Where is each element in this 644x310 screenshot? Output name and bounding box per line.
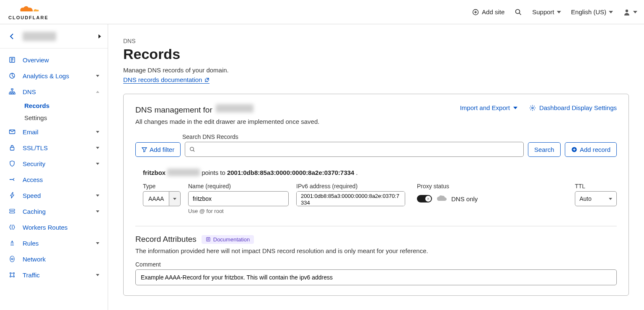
docs-link[interactable]: DNS records documentation [123, 76, 209, 84]
add-site-button[interactable]: Add site [472, 8, 504, 16]
type-select[interactable]: AAAA [143, 191, 181, 206]
svg-rect-7 [11, 93, 13, 94]
documentation-badge[interactable]: Documentation [202, 235, 254, 244]
caching-icon [8, 208, 16, 215]
sidebar-item-rules[interactable]: Rules [0, 235, 108, 251]
sidebar-item-security[interactable]: Security [0, 156, 108, 172]
shield-icon [8, 160, 16, 167]
sidebar-item-traffic[interactable]: Traffic [0, 267, 108, 283]
user-menu[interactable] [623, 8, 637, 16]
ttl-select[interactable]: Auto [575, 191, 617, 206]
sidebar-item-speed[interactable]: Speed [0, 187, 108, 203]
sidebar-subitem-settings[interactable]: Settings [24, 112, 108, 124]
proxy-toggle[interactable] [417, 195, 432, 202]
back-arrow-icon[interactable] [8, 33, 16, 40]
caret-down-icon [96, 147, 99, 149]
svg-point-2 [626, 9, 628, 12]
sidebar-item-email[interactable]: Email [0, 124, 108, 140]
svg-point-11 [10, 179, 10, 180]
add-record-button[interactable]: Add record [565, 142, 617, 157]
divider [135, 226, 617, 226]
site-name-redacted [23, 32, 56, 41]
attributes-description: The information provided here will not i… [135, 247, 617, 254]
add-filter-button[interactable]: Add filter [135, 142, 181, 157]
svg-point-1 [516, 9, 520, 13]
caret-down-icon [609, 198, 612, 200]
logo[interactable]: CLOUDFLARE [7, 4, 49, 20]
traffic-icon [8, 271, 16, 279]
sidebar-item-workers-routes[interactable]: Workers Routes [0, 219, 108, 235]
page-kicker: DNS [123, 38, 629, 44]
svg-rect-13 [10, 212, 15, 213]
caret-down-icon [96, 242, 99, 244]
page-description: Manage DNS records of your domain. [123, 67, 629, 74]
domain-suffix-redacted [167, 169, 200, 176]
support-label: Support [532, 8, 554, 15]
svg-point-19 [532, 107, 533, 109]
page-title: Records [123, 46, 629, 62]
caret-down-icon [96, 195, 99, 197]
sidebar-item-caching[interactable]: Caching [0, 203, 108, 219]
gear-icon [529, 105, 536, 111]
user-icon [623, 8, 631, 16]
sidebar-item-network[interactable]: Network [0, 251, 108, 267]
caret-down-icon [633, 11, 637, 13]
global-header: CLOUDFLARE Add site Support English (US) [0, 0, 644, 24]
bolt-icon [8, 192, 16, 199]
caret-down-icon [96, 163, 99, 165]
comment-input[interactable] [135, 269, 617, 285]
name-label: Name (required) [188, 183, 289, 190]
caret-down-icon [173, 198, 176, 200]
globe-plus-icon [472, 8, 479, 16]
name-hint: Use @ for root [188, 208, 289, 214]
caret-down-icon [609, 11, 613, 13]
ttl-label: TTL [575, 183, 617, 190]
filter-icon [142, 147, 147, 152]
support-dropdown[interactable]: Support [532, 8, 561, 15]
rules-icon [8, 239, 16, 247]
plus-circle-icon [571, 146, 577, 153]
type-label: Type [143, 183, 181, 190]
svg-point-15 [10, 273, 11, 274]
caret-up-icon [96, 91, 99, 93]
caret-down-icon [96, 131, 99, 133]
search-button[interactable] [515, 8, 522, 16]
sidebar-item-overview[interactable]: Overview [0, 52, 108, 68]
caret-down-icon [557, 11, 561, 13]
sidebar-subitem-records[interactable]: Records [24, 100, 108, 112]
proxy-label: Proxy status [417, 183, 478, 190]
language-dropdown[interactable]: English (US) [571, 8, 613, 15]
sidebar-nav: Overview Analytics & Logs DNS Records Se… [0, 49, 108, 286]
display-settings-button[interactable]: Dashboard Display Settings [529, 104, 617, 111]
sidebar-item-dns[interactable]: DNS [0, 84, 108, 100]
search-icon [515, 8, 522, 16]
attributes-title: Record Attributes [135, 235, 197, 244]
network-icon [8, 255, 16, 263]
import-export-dropdown[interactable]: Import and Export [460, 104, 517, 111]
svg-rect-8 [13, 93, 15, 94]
ip-input[interactable]: 2001:0db8:85a3:0000:0000:8a2e:0370:7334 [296, 191, 405, 206]
caret-down-icon [96, 75, 99, 77]
svg-point-14 [11, 258, 13, 260]
email-icon [8, 128, 16, 136]
sidebar-item-access[interactable]: Access [0, 172, 108, 187]
svg-point-17 [10, 276, 11, 277]
svg-rect-5 [11, 89, 13, 90]
record-summary: fritzbox points to 2001:0db8:85a3:0000:0… [135, 169, 617, 176]
search-input-wrap[interactable] [185, 142, 524, 157]
sidebar-item-analytics[interactable]: Analytics & Logs [0, 68, 108, 84]
proxy-status-text: DNS only [451, 195, 478, 202]
svg-point-20 [190, 147, 194, 151]
cloudflare-logo-icon [18, 4, 39, 14]
sidebar-item-ssl-tls[interactable]: SSL/TLS [0, 140, 108, 156]
doc-icon [206, 237, 211, 242]
site-breadcrumb[interactable] [0, 24, 108, 49]
comment-label: Comment [135, 261, 617, 268]
sidebar: Overview Analytics & Logs DNS Records Se… [0, 24, 108, 310]
main-content: DNS Records Manage DNS records of your d… [108, 24, 644, 310]
name-input[interactable] [188, 191, 289, 206]
search-button[interactable]: Search [528, 142, 561, 157]
search-input[interactable] [195, 146, 519, 153]
access-icon [8, 176, 16, 183]
panel-title: DNS management for [135, 104, 319, 115]
